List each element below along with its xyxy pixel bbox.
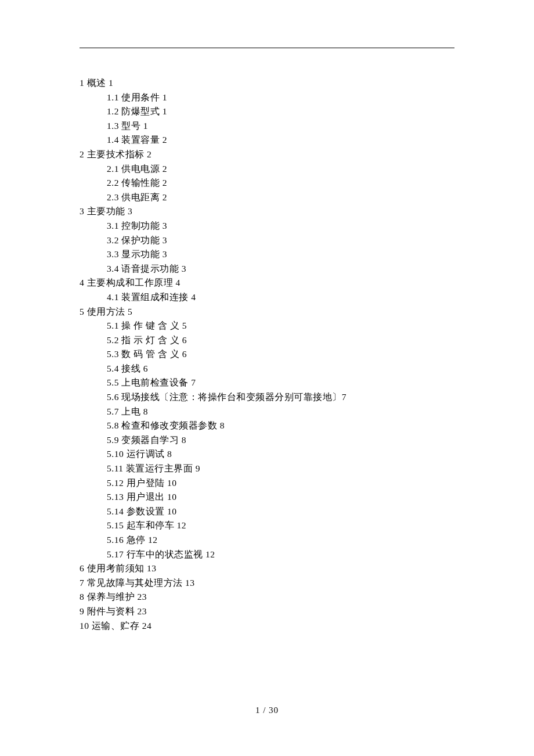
toc-entry: 4 主要构成和工作原理 4 <box>80 276 454 290</box>
toc-entry: 5.10 运行调试 8 <box>107 447 454 462</box>
toc-entry: 5.12 用户登陆 10 <box>107 476 454 491</box>
toc-entry: 2.1 供电电源 2 <box>107 162 454 177</box>
toc-entry: 5.13 用户退出 10 <box>107 490 454 505</box>
toc-entry: 5.3 数 码 管 含 义 6 <box>107 347 454 362</box>
toc-entry: 3.3 显示功能 3 <box>107 247 454 262</box>
toc-entry: 5 使用方法 5 <box>80 305 454 319</box>
toc-entry: 3.2 保护功能 3 <box>107 233 454 248</box>
toc-entry: 2.3 供电距离 2 <box>107 190 454 205</box>
toc-entry: 1.2 防爆型式 1 <box>107 105 454 119</box>
toc-entry: 5.9 变频器自学习 8 <box>107 433 454 448</box>
toc-entry: 5.1 操 作 键 含 义 5 <box>107 319 454 333</box>
toc-entry: 1.3 型号 1 <box>107 119 454 134</box>
toc-entry: 5.2 指 示 灯 含 义 6 <box>107 333 454 348</box>
toc-entry: 4.1 装置组成和连接 4 <box>107 290 454 305</box>
toc-entry: 3 主要功能 3 <box>80 204 454 219</box>
toc-entry: 5.4 接线 6 <box>107 362 454 376</box>
toc-entry: 5.5 上电前检查设备 7 <box>107 376 454 390</box>
toc-entry: 5.6 现场接线〔注意：将操作台和变频器分别可靠接地〕7 <box>107 390 454 405</box>
toc-entry: 1 概述 1 <box>80 76 454 91</box>
toc-entry: 5.8 检查和修改变频器参数 8 <box>107 419 454 433</box>
toc-entry: 3.1 控制功能 3 <box>107 219 454 233</box>
toc-entry: 1.4 装置容量 2 <box>107 133 454 147</box>
toc-entry: 5.11 装置运行主界面 9 <box>107 462 454 476</box>
toc-entry: 5.7 上电 8 <box>107 405 454 419</box>
toc-entry: 8 保养与维护 23 <box>80 590 454 604</box>
toc-entry: 1.1 使用条件 1 <box>107 91 454 105</box>
toc-entry: 9 附件与资料 23 <box>80 604 454 619</box>
toc-entry: 7 常见故障与其处理方法 13 <box>80 576 454 591</box>
toc-entry: 5.16 急停 12 <box>107 533 454 548</box>
toc-entry: 5.17 行车中的状态监视 12 <box>107 548 454 562</box>
toc-entry: 2.2 传输性能 2 <box>107 176 454 190</box>
page-number: 1 / 30 <box>0 705 534 715</box>
toc-entry: 2 主要技术指标 2 <box>80 147 454 162</box>
header-rule <box>80 48 454 48</box>
toc-entry: 10 运输、贮存 24 <box>80 619 454 633</box>
table-of-contents: 1 概述 11.1 使用条件 11.2 防爆型式 11.3 型号 11.4 装置… <box>80 76 454 633</box>
toc-entry: 5.15 起车和停车 12 <box>107 519 454 533</box>
toc-entry: 3.4 语音提示功能 3 <box>107 262 454 276</box>
document-page: 1 概述 11.1 使用条件 11.2 防爆型式 11.3 型号 11.4 装置… <box>0 0 534 633</box>
toc-entry: 6 使用考前须知 13 <box>80 561 454 576</box>
toc-entry: 5.14 参数设置 10 <box>107 505 454 519</box>
